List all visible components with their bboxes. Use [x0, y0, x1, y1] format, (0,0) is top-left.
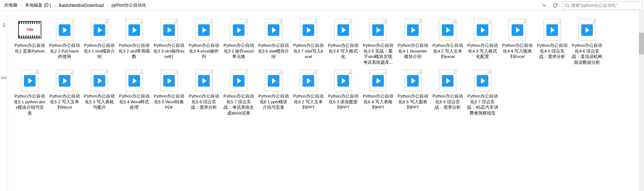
file-label: Python办公自动化4 5 综合实战：需求分析: [536, 43, 569, 60]
breadcrumb-segment[interactable]: 本地磁盘 (D:): [23, 1, 53, 10]
file-item[interactable]: Python办公自动化4 2 写入文本到excel: [430, 17, 465, 66]
video-file-icon: [18, 69, 41, 92]
file-grid[interactable]: 字幕版Python办公自动化1 安装PythonPython办公自动化2 2 P…: [8, 11, 639, 191]
file-item[interactable]: Python办公自动化5 2 写入文本到Word: [47, 68, 82, 117]
file-item[interactable]: Python办公自动化5 1 python docx模块介绍与安装: [12, 68, 47, 117]
file-label: Python办公自动化3 1 xlrd模块介绍: [83, 43, 116, 60]
chevron-right-icon: ›: [20, 3, 22, 7]
file-label: Python办公自动化6 1 pptx模块介绍与安装: [257, 94, 290, 111]
file-label: Python办公自动化6 3 添加图形到PPT: [327, 94, 360, 111]
file-item[interactable]: Python办公自动化4 6 综合实战：某培训机构就业数据分析: [570, 17, 604, 66]
file-item[interactable]: Python办公自动化3 2 xlrd常用函数: [117, 17, 152, 66]
file-item[interactable]: Python办公自动化3 8 写入格式化: [326, 17, 361, 66]
file-item[interactable]: Python办公自动化5 6 综合实战：需求分析: [186, 68, 221, 117]
breadcrumb-segment[interactable]: 此电脑: [2, 1, 20, 10]
left-strip-label: nor: [1, 75, 7, 80]
file-label: Python办公自动化6 4 写入表格到PPT: [361, 94, 395, 111]
video-frame-icon: 字幕版: [18, 18, 41, 41]
file-item[interactable]: Python办公自动化6 2 写入文本到PPT: [291, 68, 326, 117]
file-item[interactable]: Python办公自动化3 9 实战：基于xlrd模块实现考试系统题库...: [361, 17, 395, 66]
file-item[interactable]: Python办公自动化2 2 PyCharm的使用: [47, 17, 82, 66]
video-file-icon: [541, 18, 564, 41]
video-file-icon: [436, 18, 459, 41]
video-file-icon: [366, 18, 390, 41]
file-label: Python办公自动化1 安装Python: [13, 43, 46, 54]
file-item[interactable]: Python办公自动化4 5 综合实战：需求分析: [535, 17, 570, 66]
video-file-icon: [297, 18, 320, 41]
video-file-icon: [192, 18, 216, 41]
video-file-icon: [192, 69, 216, 92]
pin-icon[interactable]: [2, 23, 6, 28]
file-item[interactable]: Python办公自动化3 7 xlwt写入Excel: [291, 17, 326, 66]
video-file-icon: [88, 18, 111, 41]
video-file-icon: [157, 69, 181, 92]
video-file-icon: [506, 18, 529, 41]
file-item[interactable]: Python办公自动化4 3 写入格式化配置: [465, 17, 500, 66]
file-label: Python办公自动化3 6 xlwt模块介绍: [257, 43, 290, 60]
breadcrumb[interactable]: 此电脑›本地磁盘 (D:)›BaiduNetdiskDownload›pytho…: [1, 1, 539, 10]
file-item[interactable]: Python办公自动化3 4 excel操作列: [186, 17, 221, 66]
video-file-icon: [123, 18, 146, 41]
file-item[interactable]: Python办公自动化6 7 综合实战：4S店汽车消费者洞察报告: [465, 68, 500, 117]
file-item[interactable]: Python办公自动化3 1 xlrd模块介绍: [82, 17, 117, 66]
chevron-right-icon: ›: [54, 3, 56, 7]
file-label: Python办公自动化5 3 写入表格与图片: [83, 94, 116, 111]
video-file-icon: [157, 18, 181, 41]
svg-point-0: [566, 4, 569, 7]
file-label: Python办公自动化4 4 写入图表到Excel: [501, 43, 534, 60]
file-item[interactable]: Python办公自动化6 6 综合实战：需求分析: [430, 68, 465, 117]
file-item[interactable]: Python办公自动化3 6 xlwt模块介绍: [256, 17, 291, 66]
file-item[interactable]: Python办公自动化3 5 操作excel单元格: [221, 17, 256, 66]
file-label: Python办公自动化3 9 实战：基于xlrd模块实现考试系统题库...: [361, 43, 395, 65]
file-label: Python办公自动化3 5 操作excel单元格: [222, 43, 255, 60]
file-label: Python办公自动化6 7 综合实战：4S店汽车消费者洞察报告: [466, 94, 499, 116]
file-label: Python办公自动化3 2 xlrd常用函数: [118, 43, 151, 60]
file-label: Python办公自动化2 2 PyCharm的使用: [48, 43, 81, 60]
file-item[interactable]: Python办公自动化5 5 Word转换PDF: [152, 68, 186, 117]
file-label: Python办公自动化4 2 写入文本到excel: [431, 43, 464, 60]
file-item[interactable]: Python办公自动化6 5 写入图表到PPT: [395, 68, 430, 117]
file-item[interactable]: Python办公自动化6 4 写入表格到PPT: [361, 68, 395, 117]
file-label: Python办公自动化5 2 写入文本到Word: [48, 94, 81, 111]
file-item[interactable]: Python办公自动化4 4 写入图表到Excel: [500, 17, 535, 66]
video-file-icon: [401, 69, 424, 92]
video-file-icon: [88, 69, 111, 92]
refresh-button[interactable]: [550, 0, 561, 11]
breadcrumb-segment[interactable]: python办公自动化: [109, 1, 148, 10]
video-file-icon: [297, 69, 320, 92]
video-file-icon: [575, 18, 599, 41]
file-label: Python办公自动化4 6 综合实战：某培训机构就业数据分析: [570, 43, 604, 65]
breadcrumb-dropdown-button[interactable]: [539, 0, 550, 11]
file-label: Python办公自动化3 4 excel操作列: [187, 43, 221, 60]
video-file-icon: [332, 18, 355, 41]
video-file-icon: [227, 69, 250, 92]
scrollbar-thumb[interactable]: [639, 33, 644, 54]
file-label: Python办公自动化5 1 python docx模块介绍与安装: [13, 94, 46, 116]
file-item[interactable]: Python办公自动化5 3 写入表格与图片: [82, 68, 117, 117]
file-label: Python办公自动化5 7 综合实战：考试系统生成Word试卷: [222, 94, 255, 116]
search-input[interactable]: [571, 3, 640, 8]
file-item[interactable]: Python办公自动化3 3 xlrd操作excel行: [152, 17, 186, 66]
file-item[interactable]: Python办公自动化6 3 添加图形到PPT: [326, 68, 361, 117]
file-item[interactable]: Python办公自动化6 1 pptx模块介绍与安装: [256, 68, 291, 117]
file-label: Python办公自动化5 5 Word转换PDF: [152, 94, 186, 111]
file-item[interactable]: 字幕版Python办公自动化1 安装Python: [12, 17, 47, 66]
body: nor 字幕版Python办公自动化1 安装PythonPython办公自动化2…: [0, 11, 644, 191]
video-file-icon: [471, 69, 494, 92]
file-item[interactable]: Python办公自动化4 1 xlsxwriter模块介绍: [395, 17, 430, 66]
file-item[interactable]: Python办公自动化5 4 Word样式处理: [117, 68, 152, 117]
file-label: Python办公自动化6 2 写入文本到PPT: [292, 94, 325, 111]
explorer-window: 此电脑›本地磁盘 (D:)›BaiduNetdiskDownload›pytho…: [0, 0, 644, 191]
left-strip: nor: [0, 11, 8, 191]
search-box[interactable]: [563, 1, 643, 10]
video-file-icon: [401, 18, 424, 41]
breadcrumb-segment[interactable]: BaiduNetdiskDownload: [57, 1, 106, 9]
video-file-icon: [227, 18, 250, 41]
file-label: Python办公自动化3 3 xlrd操作excel行: [152, 43, 186, 60]
video-file-icon: [53, 18, 76, 41]
file-label: Python办公自动化5 4 Word样式处理: [118, 94, 151, 111]
scrollbar[interactable]: [639, 11, 644, 191]
file-item[interactable]: Python办公自动化5 7 综合实战：考试系统生成Word试卷: [221, 68, 256, 117]
video-file-icon: [332, 69, 355, 92]
file-label: Python办公自动化6 5 写入图表到PPT: [396, 94, 430, 111]
